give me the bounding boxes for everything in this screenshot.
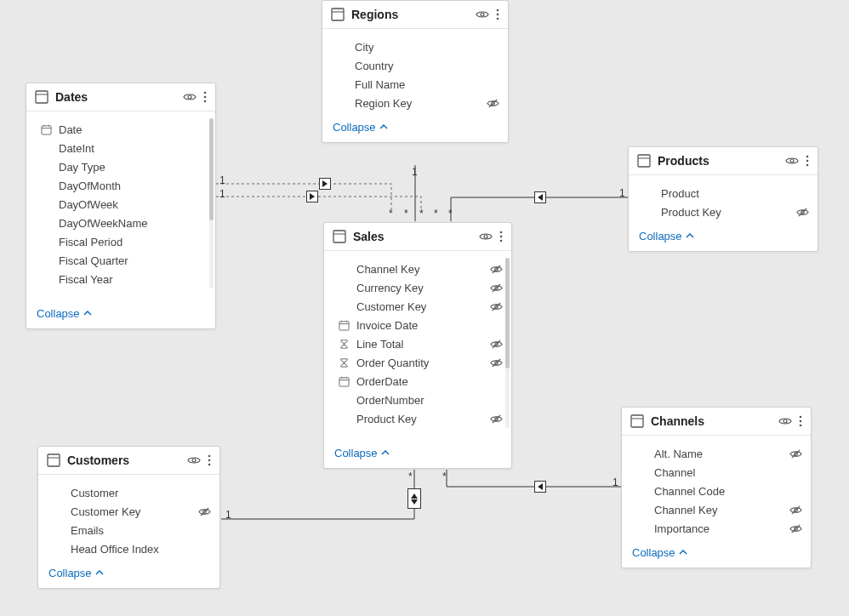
field-row[interactable]: DayOfMonth xyxy=(38,176,207,195)
hidden-icon[interactable] xyxy=(490,263,503,276)
field-row[interactable]: Order Quantity xyxy=(336,353,503,372)
visibility-icon[interactable] xyxy=(476,8,489,21)
hidden-icon[interactable] xyxy=(490,413,503,425)
field-name: Customer xyxy=(66,487,211,499)
scrollbar-thumb[interactable] xyxy=(209,118,214,220)
more-icon[interactable] xyxy=(203,91,207,103)
field-row[interactable]: Product xyxy=(641,184,809,202)
table-card-channels[interactable]: Channels Alt. NameChannelChannel CodeCha… xyxy=(621,407,812,568)
collapse-button[interactable]: Collapse xyxy=(324,440,511,468)
table-header[interactable]: Regions xyxy=(322,1,508,29)
field-row[interactable]: Invoice Date xyxy=(336,316,503,334)
hidden-icon[interactable] xyxy=(789,522,802,535)
table-header[interactable]: Dates xyxy=(26,83,215,111)
svg-rect-15 xyxy=(41,125,50,134)
field-row[interactable]: OrderDate xyxy=(336,372,503,391)
table-card-regions[interactable]: Regions CityCountryFull NameRegion Key C… xyxy=(322,0,509,143)
visibility-icon[interactable] xyxy=(785,154,799,168)
hidden-icon[interactable] xyxy=(789,504,802,516)
field-name: Order Quantity xyxy=(351,356,490,369)
hidden-icon[interactable] xyxy=(789,448,802,460)
table-card-dates[interactable]: Dates DateDateIntDay TypeDayOfMonthDayOf… xyxy=(26,83,216,329)
hidden-icon[interactable] xyxy=(490,282,503,294)
field-row[interactable]: Channel Key xyxy=(634,500,802,519)
field-row[interactable]: Channel xyxy=(634,463,802,482)
more-icon[interactable] xyxy=(799,415,802,427)
field-row[interactable]: Channel Code xyxy=(634,482,802,500)
field-row[interactable]: City xyxy=(334,37,499,56)
collapse-button[interactable]: Collapse xyxy=(622,539,811,568)
more-icon[interactable] xyxy=(496,9,499,20)
field-row[interactable]: Customer Key xyxy=(50,502,211,521)
svg-rect-39 xyxy=(339,321,348,329)
field-row[interactable]: Fiscal Period xyxy=(38,232,207,251)
cardinality-label: * xyxy=(434,208,438,220)
hidden-icon[interactable] xyxy=(796,206,809,219)
collapse-button[interactable]: Collapse xyxy=(38,560,219,588)
visibility-icon[interactable] xyxy=(183,90,197,104)
collapse-button[interactable]: Collapse xyxy=(322,114,508,142)
field-row[interactable]: Region Key xyxy=(334,94,499,112)
field-name: Region Key xyxy=(350,97,487,110)
field-row[interactable]: Fiscal Year xyxy=(38,270,207,288)
table-header[interactable]: Channels xyxy=(622,408,811,436)
field-row[interactable]: Product Key xyxy=(336,409,503,428)
more-icon[interactable] xyxy=(499,231,503,242)
table-icon xyxy=(331,8,345,21)
table-title: Sales xyxy=(353,230,472,243)
calendar-icon xyxy=(336,376,351,387)
scrollbar-thumb[interactable] xyxy=(505,258,510,368)
field-name: City xyxy=(350,41,499,54)
field-name: Fiscal Quarter xyxy=(54,254,207,267)
hidden-icon[interactable] xyxy=(198,505,211,518)
field-row[interactable]: Country xyxy=(334,56,499,75)
field-name: DayOfMonth xyxy=(54,180,207,192)
field-row[interactable]: Importance xyxy=(634,519,802,538)
visibility-icon[interactable] xyxy=(479,230,493,243)
sigma-icon xyxy=(336,357,351,368)
field-row[interactable]: Product Key xyxy=(641,202,809,221)
cardinality-label: 1 xyxy=(619,187,625,199)
field-row[interactable]: Customer Key xyxy=(336,297,503,316)
model-diagram-canvas[interactable]: 1 1 1 1 1 1 * * * * * * * Regions CityCo… xyxy=(0,0,849,616)
field-row[interactable]: Date xyxy=(38,120,207,139)
collapse-button[interactable]: Collapse xyxy=(629,223,818,251)
field-row[interactable]: Alt. Name xyxy=(634,444,802,463)
table-header[interactable]: Products xyxy=(629,147,818,175)
field-row[interactable]: Emails xyxy=(50,521,211,539)
hidden-icon[interactable] xyxy=(490,338,503,351)
table-header[interactable]: Sales xyxy=(324,223,511,251)
field-row[interactable]: DayOfWeek xyxy=(38,195,207,214)
field-row[interactable]: DateInt xyxy=(38,139,207,157)
table-card-sales[interactable]: Sales Channel KeyCurrency KeyCustomer Ke… xyxy=(323,222,512,469)
field-name: Channel xyxy=(649,466,802,479)
collapse-button[interactable]: Collapse xyxy=(26,300,215,328)
more-icon[interactable] xyxy=(806,155,809,167)
field-row[interactable]: Customer xyxy=(50,483,211,502)
table-card-customers[interactable]: Customers CustomerCustomer KeyEmailsHead… xyxy=(37,446,220,589)
visibility-icon[interactable] xyxy=(778,414,792,428)
field-row[interactable]: Channel Key xyxy=(336,260,503,278)
hidden-icon[interactable] xyxy=(490,300,503,313)
svg-rect-53 xyxy=(48,454,60,466)
visibility-icon[interactable] xyxy=(187,453,201,467)
field-row[interactable]: OrderNumber xyxy=(336,391,503,409)
field-row[interactable]: DayOfWeekName xyxy=(38,214,207,232)
field-row[interactable]: Line Total xyxy=(336,334,503,353)
svg-point-56 xyxy=(208,455,211,458)
field-row[interactable]: Day Type xyxy=(38,157,207,176)
hidden-icon[interactable] xyxy=(490,356,503,369)
field-row[interactable]: Fiscal Quarter xyxy=(38,251,207,270)
field-name: Emails xyxy=(66,524,211,537)
table-header[interactable]: Customers xyxy=(38,447,219,475)
relationship-arrow-icon xyxy=(306,191,318,202)
cardinality-label: 1 xyxy=(219,174,225,186)
field-name: Fiscal Year xyxy=(54,273,207,286)
field-row[interactable]: Head Office Index xyxy=(50,539,211,558)
table-card-products[interactable]: Products ProductProduct Key Collapse xyxy=(628,146,818,252)
hidden-icon[interactable] xyxy=(487,97,499,110)
field-row[interactable]: Currency Key xyxy=(336,278,503,297)
field-name: Customer Key xyxy=(351,300,490,313)
field-row[interactable]: Full Name xyxy=(334,75,499,94)
more-icon[interactable] xyxy=(208,454,211,466)
